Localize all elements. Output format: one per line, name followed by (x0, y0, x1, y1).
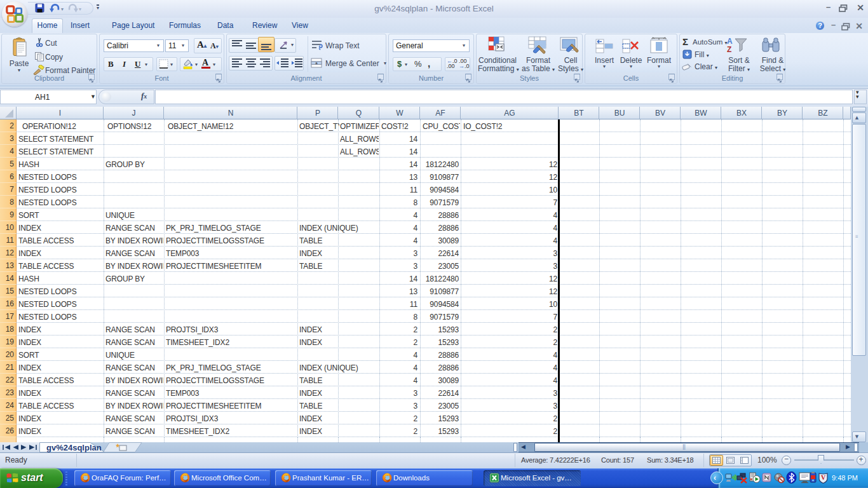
svg-text:A: A (727, 37, 733, 46)
svg-text:Z: Z (727, 45, 731, 54)
svg-text:V: V (821, 474, 826, 481)
